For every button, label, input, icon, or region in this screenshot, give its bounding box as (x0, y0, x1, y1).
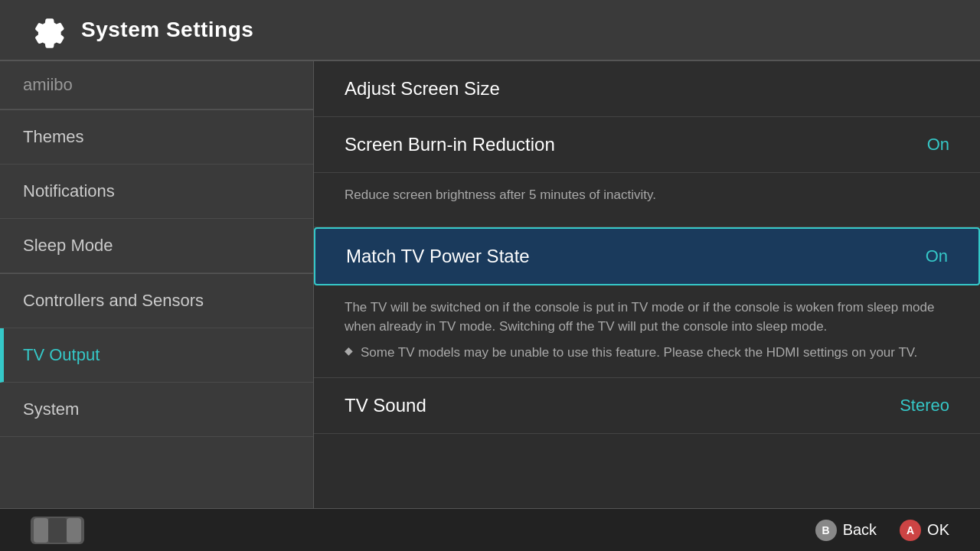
match-tv-power-title: Match TV Power State (346, 246, 530, 267)
sidebar-item-themes[interactable]: Themes (0, 110, 313, 165)
back-button[interactable]: B Back (815, 520, 877, 541)
sidebar-item-amiibo[interactable]: amiibo (0, 61, 313, 109)
sidebar-item-sleep-mode-label: Sleep Mode (23, 236, 113, 256)
tv-sound-title: TV Sound (345, 395, 426, 416)
back-label: Back (843, 521, 877, 539)
ok-label: OK (927, 521, 949, 539)
content-area: Adjust Screen Size Screen Burn-in Reduct… (314, 61, 980, 508)
sidebar: amiibo Themes Notifications Sleep Mode C… (0, 61, 314, 508)
b-button-circle: B (815, 520, 837, 541)
switch-console-icon (31, 517, 84, 544)
match-tv-power-description: The TV will be switched on if the consol… (314, 285, 980, 379)
main-layout: amiibo Themes Notifications Sleep Mode C… (0, 61, 980, 508)
sidebar-item-notifications[interactable]: Notifications (0, 165, 313, 219)
sidebar-item-amiibo-label: amiibo (23, 75, 73, 94)
sidebar-item-tv-output[interactable]: TV Output (0, 328, 313, 383)
adjust-screen-size-item[interactable]: Adjust Screen Size (314, 61, 980, 117)
tv-sound-value: Stereo (900, 396, 949, 416)
sidebar-item-themes-label: Themes (23, 127, 83, 147)
sidebar-item-tv-output-label: TV Output (23, 345, 100, 365)
match-tv-power-bullet-text: Some TV models may be unable to use this… (361, 343, 917, 363)
screen-burn-in-description: Reduce screen brightness after 5 minutes… (314, 173, 980, 227)
sidebar-item-system[interactable]: System (0, 383, 313, 437)
a-button-circle: A (900, 520, 921, 541)
tv-sound-item[interactable]: TV Sound Stereo (314, 378, 980, 434)
sidebar-item-system-label: System (23, 399, 79, 419)
bullet-diamond-icon: ◆ (345, 344, 353, 357)
right-joycon (67, 518, 81, 543)
sidebar-item-sleep-mode[interactable]: Sleep Mode (0, 219, 313, 273)
a-button-label: A (906, 524, 914, 536)
match-tv-power-item[interactable]: Match TV Power State On (314, 227, 980, 285)
screen-burn-in-item[interactable]: Screen Burn-in Reduction On (314, 117, 980, 173)
screen-burn-in-desc-text: Reduce screen brightness after 5 minutes… (345, 185, 949, 205)
match-tv-power-value: On (926, 246, 948, 266)
footer: B Back A OK (0, 508, 980, 551)
screen-burn-in-title: Screen Burn-in Reduction (345, 134, 555, 155)
match-tv-power-desc-text: The TV will be switched on if the consol… (345, 298, 949, 337)
page-title: System Settings (81, 18, 253, 42)
ok-button[interactable]: A OK (900, 520, 949, 541)
screen-burn-in-value: On (927, 135, 949, 155)
header: System Settings (0, 0, 980, 61)
gear-icon (31, 11, 67, 48)
match-tv-power-bullet: ◆ Some TV models may be unable to use th… (345, 343, 949, 363)
sidebar-item-notifications-label: Notifications (23, 181, 115, 201)
sidebar-item-controllers-sensors-label: Controllers and Sensors (23, 291, 204, 311)
adjust-screen-size-title: Adjust Screen Size (345, 78, 500, 99)
b-button-label: B (822, 524, 830, 536)
sidebar-item-controllers-sensors[interactable]: Controllers and Sensors (0, 274, 313, 328)
left-joycon (34, 518, 48, 543)
console-screen (48, 518, 67, 543)
